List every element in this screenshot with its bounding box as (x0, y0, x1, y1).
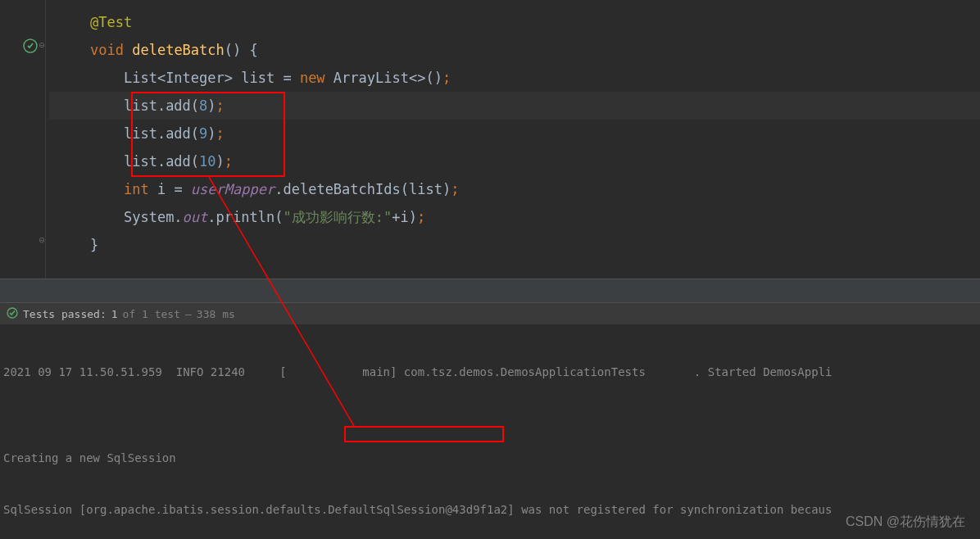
test-pass-icon (7, 307, 18, 321)
tests-passed-count: 1 (111, 308, 118, 320)
code-text: +i) (392, 209, 417, 225)
run-test-icon[interactable] (23, 38, 36, 52)
code-text: list.add( (124, 125, 199, 142)
code-line[interactable]: System.out.println("成功影响行数:"+i); (49, 203, 980, 231)
code-text: .println( (207, 209, 283, 225)
semicolon: ; (442, 70, 451, 86)
punct: } (90, 237, 98, 253)
tests-time: 338 ms (197, 308, 235, 320)
code-text: List<Integer> list = (124, 70, 300, 86)
code-text: ) (207, 97, 216, 114)
fold-icon[interactable]: ⊖ (36, 234, 48, 246)
field: out (183, 209, 208, 225)
code-text: i = (149, 181, 191, 197)
code-line[interactable]: list.add(9); (49, 120, 980, 147)
code-text: ) (207, 125, 216, 142)
semicolon: ; (216, 125, 225, 142)
console-area: Tests passed: 1 of 1 test – 338 ms 2021 … (0, 303, 980, 539)
number: 8 (199, 97, 207, 114)
tests-total: of 1 test (123, 308, 180, 320)
code-editor[interactable]: ⊖ ⊖ @Test void deleteBatch() { List<Inte… (0, 0, 980, 279)
semicolon: ; (417, 209, 425, 225)
code-text: System. (124, 209, 183, 225)
test-status-bar[interactable]: Tests passed: 1 of 1 test – 338 ms (0, 303, 980, 324)
number: 9 (199, 125, 207, 142)
code-line[interactable]: } (49, 231, 980, 259)
code-line[interactable]: @Test (49, 8, 980, 36)
number: 10 (199, 153, 216, 170)
console-line: Creating a new SqlSession (3, 450, 977, 467)
editor-gutter: ⊖ ⊖ (0, 0, 46, 279)
code-line[interactable]: void deleteBatch() { (49, 36, 980, 64)
code-line[interactable]: list.add(8); (49, 92, 980, 120)
code-text: list.add( (124, 97, 199, 114)
code-text: ArrayList<>() (325, 70, 442, 86)
string: "成功影响行数:" (283, 209, 392, 225)
keyword: new (300, 70, 325, 86)
semicolon: ; (451, 181, 459, 197)
keyword: int (124, 181, 149, 197)
code-line[interactable]: int i = userMapper.deleteBatchIds(list); (49, 175, 980, 203)
tool-window-tabs[interactable] (0, 279, 980, 303)
keyword: void (90, 42, 124, 58)
console-line: 2021 09 17 11.50.51.959 INFO 21240 [ mai… (3, 364, 977, 381)
code-text: .deleteBatchIds(list) (274, 181, 451, 197)
code-line[interactable]: list.add(10); (49, 147, 980, 175)
punct: () { (225, 42, 258, 58)
code-line[interactable]: List<Integer> list = new ArrayList<>(); (49, 64, 980, 92)
console-line: SqlSession [org.apache.ibatis.session.de… (3, 501, 977, 519)
code-text: ) (216, 153, 225, 170)
field: userMapper (191, 181, 274, 197)
semicolon: ; (216, 97, 225, 114)
fold-icon[interactable]: ⊖ (36, 39, 48, 51)
dash: – (185, 308, 192, 320)
code-text: list.add( (124, 153, 199, 170)
console-output[interactable]: 2021 09 17 11.50.51.959 INFO 21240 [ mai… (0, 324, 980, 539)
tests-passed-label: Tests passed: (23, 308, 107, 320)
semicolon: ; (225, 153, 233, 170)
annotation: @Test (90, 14, 132, 30)
watermark: CSDN @花伤情犹在 (846, 514, 965, 531)
method-name: deleteBatch (132, 42, 225, 58)
